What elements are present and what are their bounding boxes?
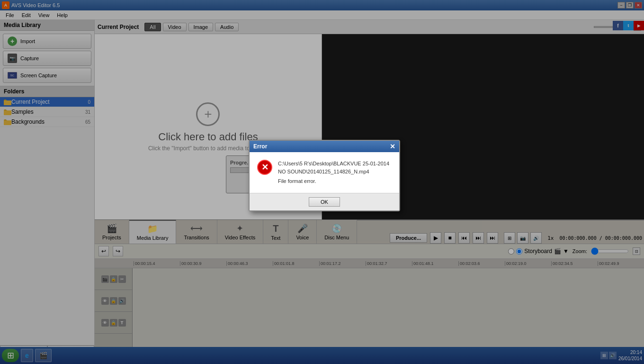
dialog-overlay: Error ✕ ✕ C:\Users\5 R's\Desktop\BLACKVU… xyxy=(0,0,644,364)
error-text: File format error. xyxy=(278,177,392,185)
dialog-title: Error xyxy=(253,143,267,150)
dialog-footer: OK xyxy=(250,193,399,210)
error-circle-icon: ✕ xyxy=(257,160,272,175)
error-filepath: C:\Users\5 R's\Desktop\BLACKVUE 25-01-20… xyxy=(278,160,392,175)
dialog-body: ✕ C:\Users\5 R's\Desktop\BLACKVUE 25-01-… xyxy=(250,152,399,193)
error-dialog: Error ✕ ✕ C:\Users\5 R's\Desktop\BLACKVU… xyxy=(249,140,400,211)
ok-button[interactable]: OK xyxy=(309,197,340,207)
dialog-message: C:\Users\5 R's\Desktop\BLACKVUE 25-01-20… xyxy=(278,160,392,185)
dialog-close-button[interactable]: ✕ xyxy=(390,143,395,150)
dialog-title-bar: Error ✕ xyxy=(250,141,399,152)
error-icon: ✕ xyxy=(257,160,272,175)
